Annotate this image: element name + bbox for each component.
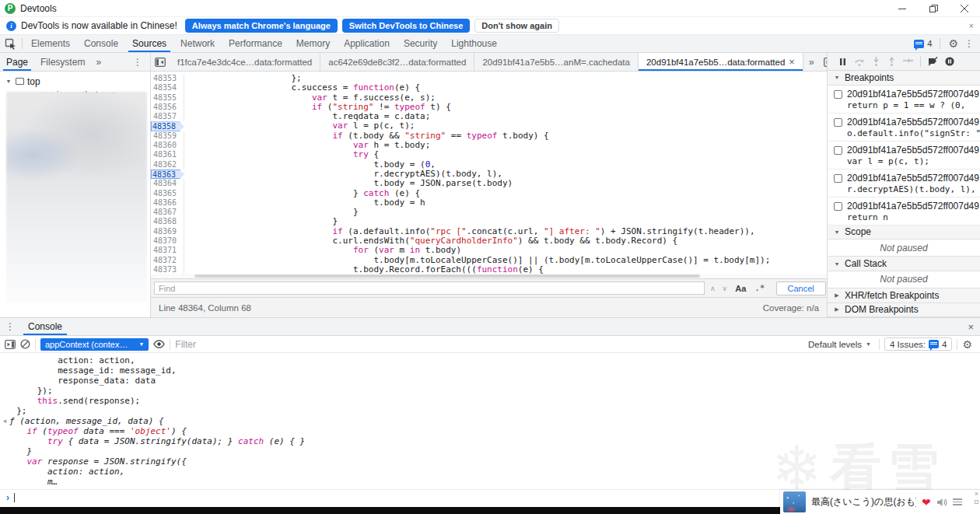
horizontal-scrollbar[interactable] — [151, 274, 827, 278]
navigator-tab-page[interactable]: Page — [0, 53, 34, 71]
file-tab[interactable]: 20d91bf41a7e5b5…anM=.cachedata — [474, 53, 639, 71]
tab-security[interactable]: Security — [397, 35, 444, 52]
album-art-thumbnail[interactable] — [783, 491, 806, 512]
console-filter-input[interactable] — [175, 339, 800, 350]
console-output[interactable]: action: action, message_id: message_id, … — [0, 353, 980, 487]
match-case-toggle[interactable]: Aa — [733, 284, 748, 293]
widget-close-icon[interactable]: × — [975, 491, 978, 498]
line-number[interactable]: 48366 — [151, 198, 184, 208]
like-heart-icon[interactable]: ❤ — [922, 496, 931, 509]
line-number[interactable]: 48356 — [151, 103, 184, 112]
drawer-kebab-icon[interactable]: ⋮ — [0, 318, 20, 335]
issues-button[interactable]: 4 Issues: 4 — [884, 337, 952, 351]
file-tab[interactable]: ac642e69de8c3f2…data:formatted — [320, 53, 474, 71]
close-window-button[interactable] — [949, 0, 980, 17]
scrollbar-thumb[interactable] — [194, 274, 700, 278]
tab-sources[interactable]: Sources — [125, 35, 173, 52]
log-levels-dropdown[interactable]: Default levels ▼ — [805, 340, 874, 349]
execution-context-selector[interactable]: appContext (contex… ▼ — [40, 338, 149, 351]
navigator-tab-filesystem[interactable]: Filesystem — [34, 53, 91, 71]
chevron-down-icon[interactable]: ▼ — [5, 79, 12, 84]
regex-toggle[interactable]: .* — [752, 283, 767, 293]
line-number[interactable]: 48368 — [151, 217, 184, 226]
line-number[interactable]: 48362 — [151, 160, 184, 170]
line-number[interactable]: 48365 — [151, 189, 184, 198]
breakpoint-checkbox[interactable] — [834, 202, 842, 211]
line-number[interactable]: 48370 — [151, 236, 184, 246]
breakpoint-checkbox[interactable] — [834, 90, 842, 99]
file-tab[interactable]: f1fca7e4e3dc4ce…data:formatted — [170, 53, 320, 71]
speaker-icon[interactable] — [936, 498, 947, 507]
line-number[interactable]: 48359 — [151, 131, 184, 141]
find-next-icon[interactable]: ∨ — [721, 285, 730, 292]
settings-gear-icon[interactable]: ⚙ — [948, 38, 958, 49]
line-number[interactable]: 48354 — [151, 83, 184, 93]
lyrics-player-widget[interactable]: 最高(さいこう)の思(おも)い ❤ × — [780, 490, 980, 514]
section-scope[interactable]: ▼ Scope — [828, 226, 980, 240]
pause-script-icon[interactable] — [838, 58, 847, 66]
console-settings-gear-icon[interactable]: ⚙ — [962, 339, 975, 350]
step-icon[interactable] — [903, 58, 913, 66]
find-input[interactable] — [154, 281, 705, 295]
file-tabs-overflow-chevron[interactable]: » — [803, 53, 820, 71]
show-console-sidebar-icon[interactable] — [5, 340, 16, 349]
line-number[interactable]: 48367 — [151, 208, 184, 217]
file-tab[interactable]: 20d91bf41a7e5b5…data:formatted× — [639, 53, 803, 71]
tab-memory[interactable]: Memory — [289, 35, 337, 52]
tab-application[interactable]: Application — [337, 35, 397, 52]
breakpoint-checkbox[interactable] — [834, 174, 842, 183]
restore-button[interactable] — [918, 0, 949, 17]
clear-console-icon[interactable] — [20, 339, 30, 349]
breakpoint-checkbox[interactable] — [834, 146, 842, 155]
minimize-button[interactable] — [887, 0, 918, 17]
line-number[interactable]: 48371 — [151, 246, 184, 255]
drawer-close-icon[interactable]: × — [968, 318, 974, 335]
tree-item-top[interactable]: ▼ top — [0, 75, 150, 88]
find-previous-icon[interactable]: ∧ — [709, 285, 717, 292]
breakpoint-entry[interactable]: 20d91bf41a7e5b5d572ff007d49…return p = 1… — [828, 86, 980, 114]
notification-close-icon[interactable]: × — [969, 21, 974, 30]
breakpoint-entry[interactable]: 20d91bf41a7e5b5d572ff007d49…r.decryptAES… — [828, 170, 980, 198]
dont-show-again-button[interactable]: Don't show again — [474, 19, 559, 33]
tab-console[interactable]: Console — [77, 35, 125, 52]
drawer-tab-console[interactable]: Console — [20, 318, 70, 335]
line-number[interactable]: 48364 — [151, 179, 184, 188]
deactivate-breakpoints-icon[interactable] — [928, 57, 938, 66]
breakpoint-entry[interactable]: 20d91bf41a7e5b5d572ff007d49…return n — [828, 198, 980, 226]
hide-navigator-icon[interactable] — [151, 53, 170, 71]
widget-restore-icon[interactable] — [975, 500, 978, 504]
find-cancel-button[interactable]: Cancel — [776, 281, 826, 295]
tab-performance[interactable]: Performance — [222, 35, 289, 52]
inspect-element-icon[interactable] — [0, 35, 20, 52]
tab-lighthouse[interactable]: Lighthouse — [444, 35, 504, 52]
line-number[interactable]: 48357 — [151, 112, 184, 121]
close-tab-icon[interactable]: × — [789, 57, 795, 67]
line-number[interactable]: 48360 — [151, 141, 184, 150]
switch-to-chinese-button[interactable]: Switch DevTools to Chinese — [342, 19, 471, 33]
tab-network[interactable]: Network — [173, 35, 222, 52]
line-number[interactable]: 48373 — [151, 265, 184, 274]
line-number[interactable]: 48361 — [151, 150, 184, 159]
playlist-icon[interactable] — [953, 498, 962, 505]
pause-on-exceptions-icon[interactable] — [945, 57, 954, 66]
issues-counter[interactable]: 4 — [914, 39, 932, 48]
breakpoint-marker[interactable]: 48358 — [151, 121, 184, 131]
live-expression-eye-icon[interactable] — [153, 340, 165, 348]
code-editor[interactable]: 48353 };48354 c.success = function(e) {4… — [151, 72, 827, 274]
step-over-icon[interactable] — [854, 58, 865, 66]
navigator-kebab-icon[interactable]: ⋮ — [125, 57, 150, 68]
breakpoint-entry[interactable]: 20d91bf41a7e5b5d572ff007d49…var l = p(c,… — [828, 142, 980, 170]
more-options-kebab-icon[interactable]: ⋮ — [964, 38, 974, 49]
section-dom-breakpoints[interactable]: ▶ DOM Breakpoints — [828, 303, 980, 317]
navigator-more-tabs-chevron[interactable]: » — [91, 57, 106, 68]
line-number[interactable]: 48369 — [151, 227, 184, 236]
step-into-icon[interactable] — [872, 57, 880, 66]
line-number[interactable]: 48353 — [151, 74, 184, 83]
breakpoint-marker[interactable]: 48363 — [151, 170, 184, 179]
section-call-stack[interactable]: ▼ Call Stack — [828, 257, 980, 271]
line-number[interactable]: 48372 — [151, 256, 184, 265]
breakpoint-checkbox[interactable] — [834, 118, 842, 127]
breakpoint-entry[interactable]: 20d91bf41a7e5b5d572ff007d49…o.default.in… — [828, 114, 980, 142]
always-match-language-button[interactable]: Always match Chrome's language — [185, 19, 338, 33]
tab-elements[interactable]: Elements — [24, 35, 77, 52]
